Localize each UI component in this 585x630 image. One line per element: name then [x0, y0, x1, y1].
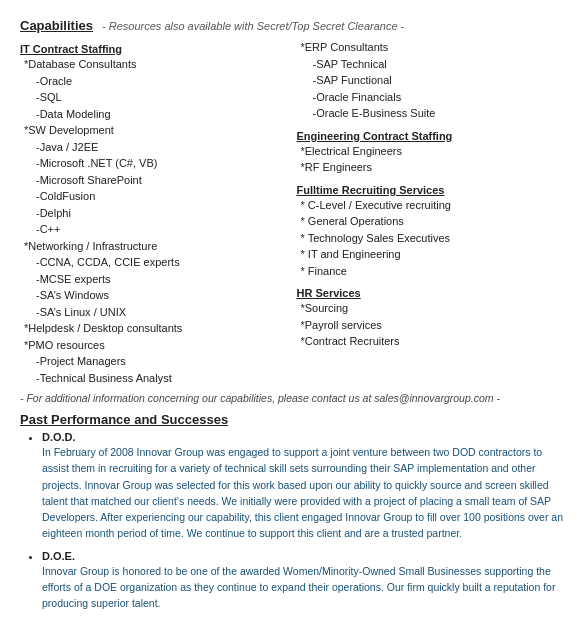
dod-label: D.O.D. — [42, 431, 76, 443]
helpdesk-item: *Helpdesk / Desktop consultants — [24, 320, 287, 337]
dod-text: In February of 2008 Innovar Group was en… — [42, 444, 565, 542]
sw-sharepoint: -Microsoft SharePoint — [36, 172, 287, 189]
pmo-pm: -Project Managers — [36, 353, 287, 370]
ft-general-ops: * General Operations — [301, 213, 566, 230]
erp-sap-func: -SAP Functional — [313, 72, 566, 89]
erp-oracle-ebs: -Oracle E-Business Suite — [313, 105, 566, 122]
net-mcse: -MCSE experts — [36, 271, 287, 288]
sw-dev-item: *SW Development — [24, 122, 287, 139]
sw-cpp: -C++ — [36, 221, 287, 238]
db-datamodeling: -Data Modeling — [36, 106, 287, 123]
past-performance-section: Past Performance and Successes D.O.D. In… — [20, 412, 565, 611]
sw-dotnet: -Microsoft .NET (C#, VB) — [36, 155, 287, 172]
eng-rf: *RF Engineers — [301, 159, 566, 176]
capabilities-title: Capabilities — [20, 18, 93, 33]
hr-payroll: *Payroll services — [301, 317, 566, 334]
net-ccna: -CCNA, CCDA, CCIE experts — [36, 254, 287, 271]
past-perf-list: D.O.D. In February of 2008 Innovar Group… — [42, 431, 565, 611]
fulltime-title: Fulltime Recruiting Services — [297, 184, 566, 196]
ft-it-eng: * IT and Engineering — [301, 246, 566, 263]
capabilities-note: - For additional information concerning … — [20, 392, 565, 404]
list-item-dod: D.O.D. In February of 2008 Innovar Group… — [42, 431, 565, 542]
net-linux: -SA’s Linux / UNIX — [36, 304, 287, 321]
engineering-title: Engineering Contract Staffing — [297, 130, 566, 142]
hr-title: HR Services — [297, 287, 566, 299]
erp-oracle-fin: -Oracle Financials — [313, 89, 566, 106]
sw-coldfusion: -ColdFusion — [36, 188, 287, 205]
list-item-doe: D.O.E. Innovar Group is honored to be on… — [42, 550, 565, 612]
hr-contract: *Contract Recruiters — [301, 333, 566, 350]
net-windows: -SA’s Windows — [36, 287, 287, 304]
db-consultants-item: *Database Consultants — [24, 56, 287, 73]
pmo-tba: -Technical Business Analyst — [36, 370, 287, 387]
ft-tech-sales: * Technology Sales Executives — [301, 230, 566, 247]
sw-java: -Java / J2EE — [36, 139, 287, 156]
past-perf-title: Past Performance and Successes — [20, 412, 228, 427]
it-staffing-title: IT Contract Staffing — [20, 43, 287, 55]
capabilities-columns: IT Contract Staffing *Database Consultan… — [20, 39, 565, 386]
db-oracle: -Oracle — [36, 73, 287, 90]
networking-item: *Networking / Infrastructure — [24, 238, 287, 255]
left-column: IT Contract Staffing *Database Consultan… — [20, 39, 293, 386]
db-sql: -SQL — [36, 89, 287, 106]
ft-clevel: * C-Level / Executive recruiting — [301, 197, 566, 214]
capabilities-subtitle: - Resources also available with Secret/T… — [102, 20, 404, 32]
doe-text: Innovar Group is honored to be one of th… — [42, 563, 565, 612]
capabilities-header: Capabilities - Resources also available … — [20, 18, 565, 33]
erp-label: *ERP Consultants — [301, 39, 566, 56]
right-column: *ERP Consultants -SAP Technical -SAP Fun… — [293, 39, 566, 386]
sw-delphi: -Delphi — [36, 205, 287, 222]
pmo-item: *PMO resources — [24, 337, 287, 354]
eng-electrical: *Electrical Engineers — [301, 143, 566, 160]
hr-sourcing: *Sourcing — [301, 300, 566, 317]
ft-finance: * Finance — [301, 263, 566, 280]
doe-label: D.O.E. — [42, 550, 75, 562]
erp-sap-tech: -SAP Technical — [313, 56, 566, 73]
